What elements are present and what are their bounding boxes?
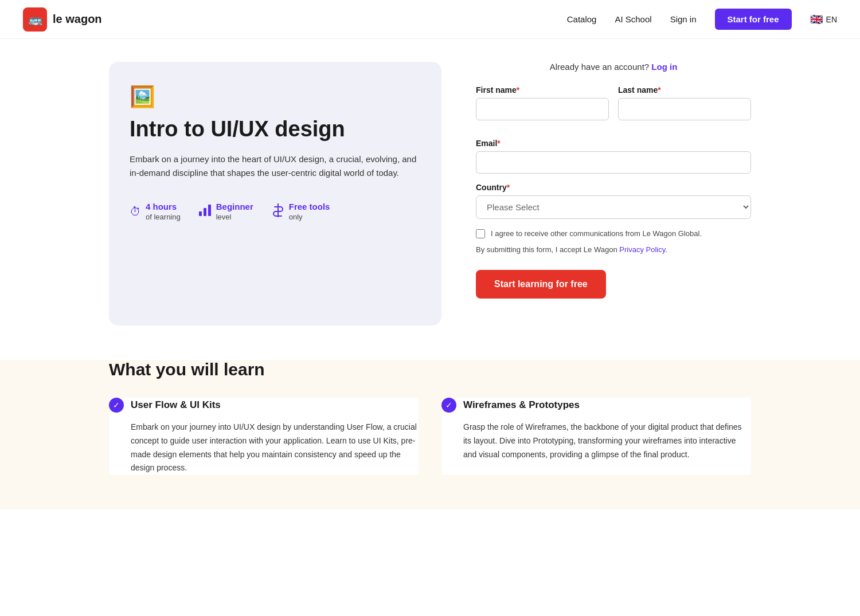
communications-checkbox-row: I agree to receive other communications … <box>476 228 751 240</box>
login-prompt-text: Already have an account? <box>550 62 649 72</box>
course-card: 🖼️ Intro to UI/UX design Embark on a jou… <box>109 62 441 325</box>
learn-card-user-flow-header: ✓ User Flow & UI Kits <box>109 398 419 413</box>
learn-section: What you will learn ✓ User Flow & UI Kit… <box>86 360 774 509</box>
country-select[interactable]: Please SelectAfghanistanAlbaniaAlgeriaAn… <box>476 195 751 219</box>
nav-catalog[interactable]: Catalog <box>567 14 597 24</box>
meta-price: Free tools only <box>272 201 330 222</box>
learn-section-wrapper: What you will learn ✓ User Flow & UI Kit… <box>0 360 860 509</box>
learn-card-user-flow-title: User Flow & UI Kits <box>131 399 221 411</box>
level-unit: level <box>216 213 253 222</box>
duration-unit: of learning <box>146 213 181 222</box>
svg-rect-1 <box>204 208 206 216</box>
logo-link[interactable]: 🚌 le wagon <box>23 7 102 32</box>
email-input[interactable] <box>476 151 751 174</box>
email-group: Email* <box>476 139 751 174</box>
privacy-policy-link[interactable]: Privacy Policy <box>619 245 665 254</box>
login-link[interactable]: Log in <box>651 62 677 72</box>
flag-icon: 🇬🇧 <box>810 13 823 26</box>
login-prompt: Already have an account? Log in <box>476 62 751 72</box>
submit-button[interactable]: Start learning for free <box>476 270 606 299</box>
first-name-group: First name* <box>476 85 609 120</box>
meta-level: Beginner level <box>199 201 253 222</box>
price-value: Free tools <box>289 201 330 213</box>
registration-form-container: Already have an account? Log in First na… <box>476 62 751 299</box>
country-label: Country* <box>476 183 751 192</box>
course-title: Intro to UI/UX design <box>130 117 421 142</box>
bar-chart-icon <box>199 205 212 219</box>
learn-cards-grid: ✓ User Flow & UI Kits Embark on your jou… <box>109 398 751 475</box>
privacy-notice: By submitting this form, I accept Le Wag… <box>476 245 751 254</box>
last-name-label: Last name* <box>618 85 751 95</box>
course-description: Embark on a journey into the heart of UI… <box>130 152 421 181</box>
nav-start-free-button[interactable]: Start for free <box>715 9 792 30</box>
email-label: Email* <box>476 139 751 148</box>
learn-card-wireframes-header: ✓ Wireframes & Prototypes <box>441 398 751 413</box>
learn-card-wireframes-desc: Grasp the role of Wireframes, the backbo… <box>441 421 751 461</box>
learn-card-wireframes: ✓ Wireframes & Prototypes Grasp the role… <box>441 398 751 475</box>
nav-ai-school[interactable]: AI School <box>615 14 651 24</box>
lang-code: EN <box>826 15 837 24</box>
svg-rect-2 <box>208 205 211 216</box>
meta-duration: ⏱ 4 hours of learning <box>130 201 181 222</box>
logo-icon: 🚌 <box>23 7 47 32</box>
learn-card-user-flow: ✓ User Flow & UI Kits Embark on your jou… <box>109 398 419 475</box>
course-meta: ⏱ 4 hours of learning Beginner level <box>130 201 421 222</box>
learn-card-user-flow-desc: Embark on your journey into UI/UX design… <box>109 421 419 475</box>
learn-section-title: What you will learn <box>109 360 751 379</box>
learn-card-wireframes-title: Wireframes & Prototypes <box>463 399 580 411</box>
navbar: 🚌 le wagon Catalog AI School Sign in Sta… <box>0 0 860 39</box>
svg-rect-0 <box>199 211 202 216</box>
language-selector[interactable]: 🇬🇧 EN <box>810 13 837 26</box>
price-unit: only <box>289 213 330 222</box>
country-group: Country* Please SelectAfghanistanAlbania… <box>476 183 751 219</box>
logo-text: le wagon <box>53 13 102 26</box>
first-name-label: First name* <box>476 85 609 95</box>
price-icon <box>272 203 284 220</box>
name-row: First name* Last name* <box>476 85 751 130</box>
course-emoji: 🖼️ <box>130 85 421 109</box>
registration-form: First name* Last name* Email* <box>476 85 751 299</box>
nav-links: Catalog AI School Sign in Start for free… <box>567 9 837 30</box>
check-icon-wireframes: ✓ <box>441 398 456 413</box>
last-name-group: Last name* <box>618 85 751 120</box>
communications-checkbox[interactable] <box>476 229 485 238</box>
check-icon-user-flow: ✓ <box>109 398 124 413</box>
duration-value: 4 hours <box>146 201 181 213</box>
level-value: Beginner <box>216 201 253 213</box>
clock-icon: ⏱ <box>130 205 141 218</box>
nav-sign-in[interactable]: Sign in <box>670 14 697 24</box>
communications-label[interactable]: I agree to receive other communications … <box>491 228 702 240</box>
main-content: 🖼️ Intro to UI/UX design Embark on a jou… <box>86 39 774 360</box>
last-name-input[interactable] <box>618 98 751 120</box>
first-name-input[interactable] <box>476 98 609 120</box>
